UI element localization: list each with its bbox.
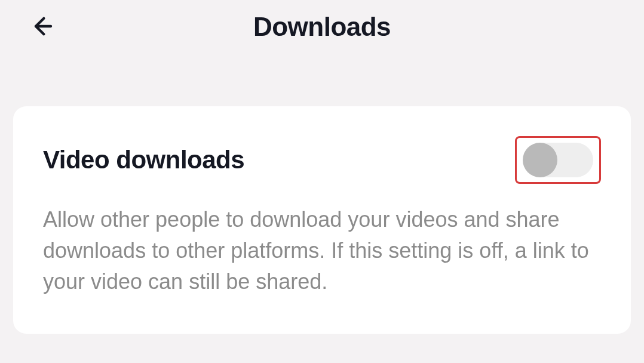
header: Downloads bbox=[0, 0, 644, 54]
video-downloads-label: Video downloads bbox=[43, 146, 244, 174]
back-button[interactable] bbox=[29, 13, 55, 39]
toggle-knob bbox=[523, 143, 557, 177]
video-downloads-row: Video downloads bbox=[43, 136, 601, 184]
settings-card: Video downloads Allow other people to do… bbox=[13, 106, 631, 334]
arrow-left-icon bbox=[30, 14, 54, 38]
video-downloads-toggle[interactable] bbox=[523, 143, 593, 177]
page-title: Downloads bbox=[253, 12, 391, 42]
toggle-highlight-annotation bbox=[515, 136, 601, 184]
video-downloads-description: Allow other people to download your vide… bbox=[43, 204, 599, 298]
